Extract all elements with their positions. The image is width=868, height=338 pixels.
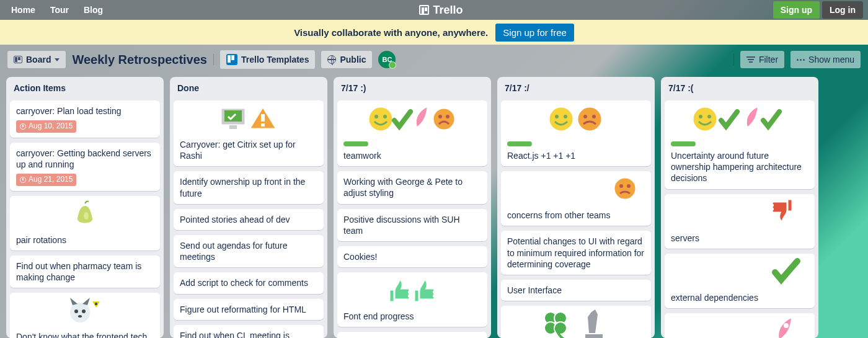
card[interactable]: pair rotations — [10, 196, 160, 251]
card-text: Working with George & Pete to adjust sty… — [343, 176, 481, 198]
card[interactable]: Uncertainty around future ownership hamp… — [665, 100, 815, 189]
card[interactable]: Don't know what the frontend tech stack … — [10, 293, 160, 338]
svg-point-3 — [82, 309, 86, 313]
card[interactable]: Positive discussions with SUH team — [337, 209, 487, 241]
card[interactable]: Figure out reformatting for HTML — [174, 299, 324, 320]
card[interactable]: teamwork — [337, 100, 487, 166]
card-text: Find out when pharmacy team is making ch… — [16, 260, 154, 283]
view-switcher-label: Board — [26, 55, 51, 64]
card-label-green — [671, 141, 696, 146]
list-title[interactable]: Action Items — [6, 77, 164, 96]
card-text: Figure out reformatting for HTML — [180, 304, 317, 315]
svg-point-24 — [619, 184, 623, 188]
card[interactable]: Carryover: get Citrix set up for Rashi — [174, 100, 324, 166]
card[interactable]: React.js +1 +1 +1 — [501, 100, 651, 166]
member-avatar[interactable]: BC — [378, 51, 396, 68]
top-navigation: Home Tour Blog Trello Sign up Log in — [0, 0, 868, 20]
chevron-down-icon — [55, 58, 60, 61]
list-title[interactable]: 7/17 :( — [661, 77, 818, 96]
globe-icon — [327, 55, 336, 64]
svg-point-4 — [78, 315, 82, 318]
svg-point-11 — [368, 107, 393, 131]
view-switcher[interactable]: Board — [7, 51, 66, 68]
card[interactable]: Cookies! — [337, 246, 487, 267]
clock-icon — [20, 177, 26, 183]
card[interactable]: Identify ownership up front in the futur… — [174, 171, 324, 203]
list-title[interactable]: Done — [170, 77, 327, 96]
card[interactable]: Font end progress — [337, 272, 487, 327]
svg-point-30 — [693, 107, 717, 131]
clock-icon — [20, 123, 26, 130]
show-menu-button[interactable]: Show menu — [790, 51, 861, 68]
svg-point-32 — [707, 115, 711, 118]
card[interactable]: carryover: Plan load testing Aug 10, 201… — [10, 100, 160, 138]
dots-icon — [797, 59, 805, 61]
filter-button[interactable]: Filter — [740, 51, 784, 68]
card[interactable]: politics — [501, 306, 651, 338]
banner-tagline: Visually collaborate with anyone, anywhe… — [294, 27, 488, 38]
card-text: Carryover: get Citrix set up for Rashi — [180, 139, 317, 161]
card[interactable]: Find out when CL meeting is — [174, 325, 324, 338]
card-text: Positive discussions with SUH team — [343, 214, 481, 236]
list-title[interactable]: 7/17 :/ — [497, 77, 655, 96]
svg-point-21 — [583, 115, 587, 118]
check-single-sticker — [665, 254, 815, 288]
card[interactable]: external dependencies — [665, 254, 815, 308]
templates-button[interactable]: Trello Templates — [220, 50, 315, 69]
card-label-green — [507, 141, 532, 146]
card-text: User Interface — [507, 285, 645, 296]
svg-point-23 — [614, 177, 636, 200]
brand-text: Trello — [433, 4, 463, 17]
smiley-check-rocket-frown-sticker — [337, 100, 487, 138]
smiley-frown-sticker — [501, 100, 651, 138]
show-menu-label: Show menu — [808, 55, 854, 64]
card-label-green — [343, 141, 368, 146]
card-text: Pointed stories ahead of dev — [180, 214, 317, 225]
card-text: Send out agendas for future meetings — [180, 240, 317, 262]
card[interactable]: Send out agendas for future meetings — [174, 235, 324, 267]
card-text: concerns from other teams — [507, 210, 645, 221]
card[interactable]: Pointed stories ahead of dev — [174, 209, 324, 230]
signup-button[interactable]: Sign up — [773, 1, 820, 19]
banner-cta-button[interactable]: Sign up for free — [495, 24, 574, 42]
due-badge: Aug 10, 2015 — [16, 120, 76, 133]
card[interactable]: User Interface — [501, 280, 651, 301]
visibility-button[interactable]: Public — [321, 51, 372, 68]
card[interactable]: Working with George & Pete to adjust sty… — [337, 171, 487, 203]
card[interactable]: concerns from other teams — [501, 171, 651, 226]
nav-home[interactable]: Home — [5, 2, 42, 17]
visibility-label: Public — [340, 55, 366, 64]
card-text: carryover: Plan load testing — [16, 105, 154, 117]
svg-rect-9 — [261, 114, 265, 122]
promo-banner: Visually collaborate with anyone, anywhe… — [0, 20, 868, 45]
card-text: servers — [671, 233, 808, 244]
card-text: pair rotations — [16, 234, 154, 246]
brand-logo[interactable]: Trello — [109, 4, 773, 17]
card[interactable]: carryover: Getting backend servers up an… — [10, 143, 160, 191]
card[interactable]: Alternating 7-4/8-5 — [337, 332, 487, 338]
due-badge: Aug 21, 2015 — [16, 174, 76, 186]
board-title[interactable]: Weekly Retrospectives — [72, 53, 207, 67]
svg-point-22 — [592, 115, 596, 118]
filter-label: Filter — [759, 55, 778, 64]
list-717-meh: 7/17 :/ React.js +1 +1 +1 concerns from … — [497, 77, 655, 338]
svg-point-1 — [70, 303, 90, 322]
card[interactable]: Find out when pharmacy team is making ch… — [10, 256, 160, 288]
svg-point-25 — [627, 184, 631, 188]
board-header: Board Weekly Retrospectives Trello Templ… — [0, 45, 868, 74]
list-done: Done Carryover: get Citrix set up for Ra… — [170, 77, 327, 338]
svg-point-0 — [84, 212, 89, 220]
card[interactable]: servers — [665, 194, 815, 249]
svg-rect-5 — [95, 303, 97, 305]
board-canvas: Action Items carryover: Plan load testin… — [0, 74, 868, 338]
card[interactable]: me too / kitchen sink feature requests — [665, 313, 815, 338]
nav-tour[interactable]: Tour — [44, 2, 75, 17]
nav-blog[interactable]: Blog — [78, 2, 109, 17]
card[interactable]: Add script to check for comments — [174, 272, 324, 293]
login-button[interactable]: Log in — [822, 1, 863, 19]
list-title[interactable]: 7/17 :) — [334, 77, 491, 96]
card-text: Potential changes to UI with regard to m… — [507, 236, 645, 270]
card[interactable]: Potential changes to UI with regard to m… — [501, 231, 651, 275]
list-action-items: Action Items carryover: Plan load testin… — [6, 77, 164, 338]
svg-point-19 — [564, 115, 567, 118]
